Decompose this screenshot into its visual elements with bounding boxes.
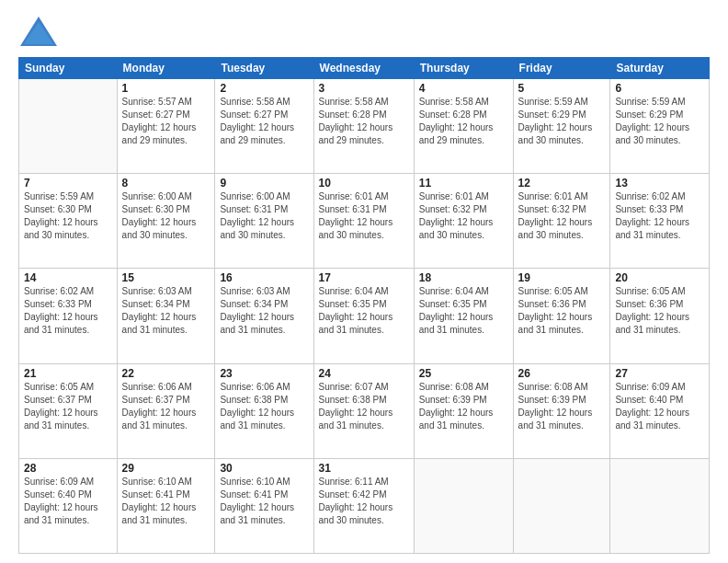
weekday-header-saturday: Saturday — [610, 58, 710, 79]
weekday-header-wednesday: Wednesday — [313, 58, 414, 79]
day-number: 20 — [615, 271, 704, 284]
calendar-cell — [610, 458, 710, 553]
calendar-cell: 8Sunrise: 6:00 AM Sunset: 6:30 PM Daylig… — [117, 174, 215, 269]
day-number: 5 — [518, 82, 606, 95]
calendar-cell: 10Sunrise: 6:01 AM Sunset: 6:31 PM Dayli… — [313, 174, 414, 269]
calendar-cell: 25Sunrise: 6:08 AM Sunset: 6:39 PM Dayli… — [414, 363, 513, 458]
calendar-cell — [19, 79, 118, 174]
day-info: Sunrise: 6:05 AM Sunset: 6:37 PM Dayligh… — [24, 381, 112, 432]
day-number: 31 — [319, 462, 409, 475]
day-number: 7 — [24, 177, 112, 190]
weekday-header-friday: Friday — [513, 58, 610, 79]
day-info: Sunrise: 6:05 AM Sunset: 6:36 PM Dayligh… — [615, 285, 704, 337]
day-info: Sunrise: 5:58 AM Sunset: 6:28 PM Dayligh… — [419, 96, 508, 147]
calendar-cell: 2Sunrise: 5:58 AM Sunset: 6:27 PM Daylig… — [215, 79, 313, 174]
calendar-cell: 22Sunrise: 6:06 AM Sunset: 6:37 PM Dayli… — [117, 363, 215, 458]
calendar-cell: 5Sunrise: 5:59 AM Sunset: 6:29 PM Daylig… — [513, 79, 610, 174]
calendar-cell: 19Sunrise: 6:05 AM Sunset: 6:36 PM Dayli… — [513, 269, 610, 363]
day-number: 4 — [419, 82, 508, 95]
day-number: 29 — [122, 462, 210, 475]
day-number: 11 — [419, 177, 508, 190]
calendar-cell: 1Sunrise: 5:57 AM Sunset: 6:27 PM Daylig… — [117, 79, 215, 174]
calendar-cell: 6Sunrise: 5:59 AM Sunset: 6:29 PM Daylig… — [610, 79, 710, 174]
day-number: 23 — [220, 367, 308, 380]
weekday-header-thursday: Thursday — [414, 58, 513, 79]
day-number: 3 — [319, 82, 409, 95]
calendar-cell: 17Sunrise: 6:04 AM Sunset: 6:35 PM Dayli… — [313, 269, 414, 363]
day-number: 17 — [319, 271, 409, 284]
weekday-header-sunday: Sunday — [19, 58, 118, 79]
day-info: Sunrise: 6:09 AM Sunset: 6:40 PM Dayligh… — [24, 476, 112, 527]
day-number: 15 — [122, 271, 210, 284]
day-info: Sunrise: 6:09 AM Sunset: 6:40 PM Dayligh… — [615, 381, 704, 432]
calendar-cell: 14Sunrise: 6:02 AM Sunset: 6:33 PM Dayli… — [19, 269, 118, 363]
calendar-cell: 3Sunrise: 5:58 AM Sunset: 6:28 PM Daylig… — [313, 79, 414, 174]
day-number: 12 — [518, 177, 606, 190]
logo-icon — [18, 15, 59, 48]
day-number: 9 — [220, 177, 308, 190]
calendar-cell: 23Sunrise: 6:06 AM Sunset: 6:38 PM Dayli… — [215, 363, 313, 458]
calendar-cell: 15Sunrise: 6:03 AM Sunset: 6:34 PM Dayli… — [117, 269, 215, 363]
weekday-header-monday: Monday — [117, 58, 215, 79]
day-number: 8 — [122, 177, 210, 190]
day-number: 30 — [220, 462, 308, 475]
calendar-week-4: 28Sunrise: 6:09 AM Sunset: 6:40 PM Dayli… — [19, 458, 710, 553]
day-info: Sunrise: 6:03 AM Sunset: 6:34 PM Dayligh… — [122, 285, 210, 337]
day-info: Sunrise: 6:01 AM Sunset: 6:32 PM Dayligh… — [419, 190, 508, 242]
day-info: Sunrise: 5:59 AM Sunset: 6:29 PM Dayligh… — [518, 96, 606, 147]
day-number: 28 — [24, 462, 112, 475]
calendar-cell: 9Sunrise: 6:00 AM Sunset: 6:31 PM Daylig… — [215, 174, 313, 269]
day-info: Sunrise: 5:59 AM Sunset: 6:29 PM Dayligh… — [615, 96, 704, 147]
calendar-week-0: 1Sunrise: 5:57 AM Sunset: 6:27 PM Daylig… — [19, 79, 710, 174]
calendar-cell: 27Sunrise: 6:09 AM Sunset: 6:40 PM Dayli… — [610, 363, 710, 458]
day-info: Sunrise: 6:10 AM Sunset: 6:41 PM Dayligh… — [122, 476, 210, 527]
calendar-cell: 18Sunrise: 6:04 AM Sunset: 6:35 PM Dayli… — [414, 269, 513, 363]
day-info: Sunrise: 6:04 AM Sunset: 6:35 PM Dayligh… — [319, 285, 409, 337]
calendar-cell: 26Sunrise: 6:08 AM Sunset: 6:39 PM Dayli… — [513, 363, 610, 458]
day-number: 21 — [24, 367, 112, 380]
day-info: Sunrise: 6:10 AM Sunset: 6:41 PM Dayligh… — [220, 476, 308, 527]
calendar-week-1: 7Sunrise: 5:59 AM Sunset: 6:30 PM Daylig… — [19, 174, 710, 269]
page: SundayMondayTuesdayWednesdayThursdayFrid… — [0, 0, 728, 563]
calendar-cell: 20Sunrise: 6:05 AM Sunset: 6:36 PM Dayli… — [610, 269, 710, 363]
day-info: Sunrise: 6:02 AM Sunset: 6:33 PM Dayligh… — [615, 190, 704, 242]
calendar-cell: 29Sunrise: 6:10 AM Sunset: 6:41 PM Dayli… — [117, 458, 215, 553]
day-number: 16 — [220, 271, 308, 284]
weekday-header-tuesday: Tuesday — [215, 58, 313, 79]
calendar-cell: 30Sunrise: 6:10 AM Sunset: 6:41 PM Dayli… — [215, 458, 313, 553]
day-info: Sunrise: 6:01 AM Sunset: 6:31 PM Dayligh… — [319, 190, 409, 242]
day-number: 27 — [615, 367, 704, 380]
day-info: Sunrise: 6:00 AM Sunset: 6:30 PM Dayligh… — [122, 190, 210, 242]
day-info: Sunrise: 6:08 AM Sunset: 6:39 PM Dayligh… — [518, 381, 606, 432]
calendar-cell — [513, 458, 610, 553]
header — [18, 15, 710, 48]
calendar-cell: 24Sunrise: 6:07 AM Sunset: 6:38 PM Dayli… — [313, 363, 414, 458]
calendar-cell: 11Sunrise: 6:01 AM Sunset: 6:32 PM Dayli… — [414, 174, 513, 269]
day-number: 24 — [319, 367, 409, 380]
calendar-cell: 21Sunrise: 6:05 AM Sunset: 6:37 PM Dayli… — [19, 363, 118, 458]
calendar-cell: 7Sunrise: 5:59 AM Sunset: 6:30 PM Daylig… — [19, 174, 118, 269]
calendar-cell: 31Sunrise: 6:11 AM Sunset: 6:42 PM Dayli… — [313, 458, 414, 553]
day-info: Sunrise: 6:00 AM Sunset: 6:31 PM Dayligh… — [220, 190, 308, 242]
day-info: Sunrise: 6:11 AM Sunset: 6:42 PM Dayligh… — [319, 476, 409, 527]
day-info: Sunrise: 6:08 AM Sunset: 6:39 PM Dayligh… — [419, 381, 508, 432]
day-number: 1 — [122, 82, 210, 95]
weekday-header-row: SundayMondayTuesdayWednesdayThursdayFrid… — [19, 58, 710, 79]
day-number: 18 — [419, 271, 508, 284]
day-number: 13 — [615, 177, 704, 190]
logo — [18, 15, 63, 48]
calendar-cell: 28Sunrise: 6:09 AM Sunset: 6:40 PM Dayli… — [19, 458, 118, 553]
day-info: Sunrise: 6:02 AM Sunset: 6:33 PM Dayligh… — [24, 285, 112, 337]
day-number: 25 — [419, 367, 508, 380]
day-info: Sunrise: 6:01 AM Sunset: 6:32 PM Dayligh… — [518, 190, 606, 242]
calendar-table: SundayMondayTuesdayWednesdayThursdayFrid… — [18, 57, 710, 554]
day-info: Sunrise: 5:58 AM Sunset: 6:28 PM Dayligh… — [319, 96, 409, 147]
day-number: 10 — [319, 177, 409, 190]
calendar-week-3: 21Sunrise: 6:05 AM Sunset: 6:37 PM Dayli… — [19, 363, 710, 458]
day-info: Sunrise: 5:57 AM Sunset: 6:27 PM Dayligh… — [122, 96, 210, 147]
day-info: Sunrise: 6:05 AM Sunset: 6:36 PM Dayligh… — [518, 285, 606, 337]
day-number: 26 — [518, 367, 606, 380]
calendar-week-2: 14Sunrise: 6:02 AM Sunset: 6:33 PM Dayli… — [19, 269, 710, 363]
day-info: Sunrise: 6:04 AM Sunset: 6:35 PM Dayligh… — [419, 285, 508, 337]
calendar-cell: 13Sunrise: 6:02 AM Sunset: 6:33 PM Dayli… — [610, 174, 710, 269]
